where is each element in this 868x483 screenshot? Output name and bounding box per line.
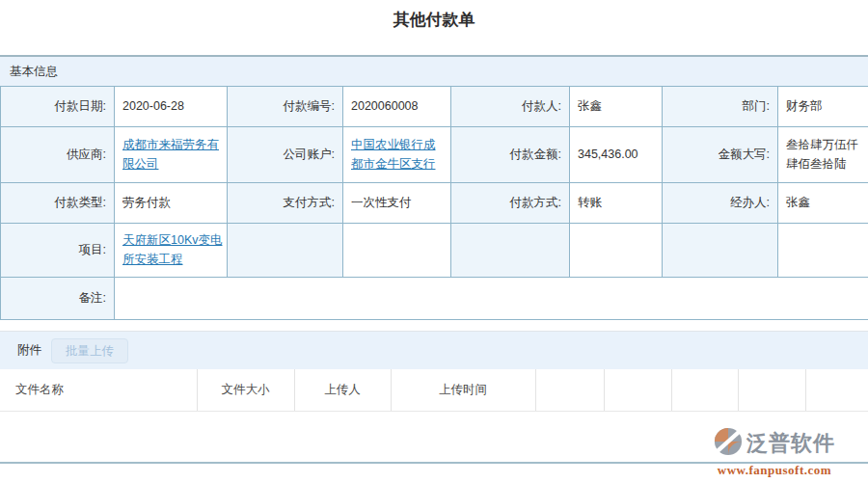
table-row: 项目: 天府新区10Kv变电所安装工程 xyxy=(1,224,868,278)
basic-info-section-header: 基本信息 xyxy=(0,55,868,86)
vendor-logo-text: 泛普软件 xyxy=(746,429,835,458)
fanpu-logo-icon xyxy=(714,427,743,460)
batch-upload-button[interactable]: 批量上传 xyxy=(51,338,128,363)
empty-value-cell xyxy=(570,224,663,278)
upload-time-header: 上传时间 xyxy=(391,369,535,412)
file-size-header: 文件大小 xyxy=(197,369,294,412)
payment-date-label: 付款日期: xyxy=(1,87,115,127)
table-row: 付款日期: 2020-06-28 付款编号: 2020060008 付款人: 张… xyxy=(1,87,868,127)
uploader-header: 上传人 xyxy=(294,369,391,412)
supplier-label: 供应商: xyxy=(1,127,115,183)
company-account-link[interactable]: 中国农业银行成都市金牛区支行 xyxy=(351,138,436,170)
empty-header-cell xyxy=(671,369,738,412)
empty-header-cell xyxy=(738,369,805,412)
other-payment-form-page: 其他付款单 基本信息 付款日期: 2020-06-28 付款编号: 202006… xyxy=(0,0,868,483)
empty-label-cell xyxy=(451,224,570,278)
payment-amount-value: 345,436.00 xyxy=(570,127,663,183)
page-title: 其他付款单 xyxy=(0,9,868,31)
amount-in-words-value: 叁拾肆万伍仟肆佰叁拾陆 xyxy=(778,127,868,183)
payment-type-value: 劳务付款 xyxy=(115,183,228,224)
payment-method-value: 转账 xyxy=(570,183,663,224)
empty-value-cell xyxy=(778,224,868,278)
empty-label-cell xyxy=(663,224,778,278)
payer-value: 张鑫 xyxy=(570,87,663,127)
empty-label-cell xyxy=(228,224,343,278)
pay-method-label: 支付方式: xyxy=(228,183,343,224)
pay-method-value: 一次性支付 xyxy=(343,183,451,224)
payer-label: 付款人: xyxy=(451,87,570,127)
empty-header-cell xyxy=(805,369,868,412)
payment-amount-label: 付款金额: xyxy=(451,127,570,183)
handler-label: 经办人: xyxy=(663,183,778,224)
department-label: 部门: xyxy=(663,87,778,127)
amount-in-words-label: 金额大写: xyxy=(663,127,778,183)
company-account-value: 中国农业银行成都市金牛区支行 xyxy=(343,127,451,183)
empty-value-cell xyxy=(343,224,451,278)
payment-method-label: 付款方式: xyxy=(451,183,570,224)
handler-value: 张鑫 xyxy=(778,183,868,224)
project-value: 天府新区10Kv变电所安装工程 xyxy=(115,224,228,278)
empty-header-cell xyxy=(604,369,671,412)
payment-no-value: 2020060008 xyxy=(343,87,451,127)
vendor-logo: 泛普软件 www.fanpusoft.com xyxy=(689,427,860,478)
remark-value xyxy=(115,278,868,320)
vendor-website-link[interactable]: www.fanpusoft.com xyxy=(689,463,860,478)
payment-no-label: 付款编号: xyxy=(228,87,343,127)
department-value: 财务部 xyxy=(778,87,868,127)
table-row: 供应商: 成都市来福劳务有限公司 公司账户: 中国农业银行成都市金牛区支行 付款… xyxy=(1,127,868,183)
attachments-section-bar: 附件 批量上传 xyxy=(0,331,868,369)
file-name-header: 文件名称 xyxy=(0,369,197,412)
payment-date-value: 2020-06-28 xyxy=(115,87,228,127)
remark-label: 备注: xyxy=(1,278,115,320)
attachments-header-row: 文件名称 文件大小 上传人 上传时间 xyxy=(0,369,868,412)
basic-info-table: 付款日期: 2020-06-28 付款编号: 2020060008 付款人: 张… xyxy=(0,86,868,320)
empty-header-cell xyxy=(535,369,604,412)
supplier-value: 成都市来福劳务有限公司 xyxy=(115,127,228,183)
attachments-label: 附件 xyxy=(17,342,41,359)
supplier-link[interactable]: 成都市来福劳务有限公司 xyxy=(122,138,219,170)
project-label: 项目: xyxy=(1,224,115,278)
table-row: 备注: xyxy=(1,278,868,320)
table-row: 付款类型: 劳务付款 支付方式: 一次性支付 付款方式: 转账 经办人: 张鑫 xyxy=(1,183,868,224)
project-link[interactable]: 天府新区10Kv变电所安装工程 xyxy=(122,233,223,265)
payment-type-label: 付款类型: xyxy=(1,183,115,224)
attachments-table: 文件名称 文件大小 上传人 上传时间 xyxy=(0,369,868,412)
company-account-label: 公司账户: xyxy=(228,127,343,183)
